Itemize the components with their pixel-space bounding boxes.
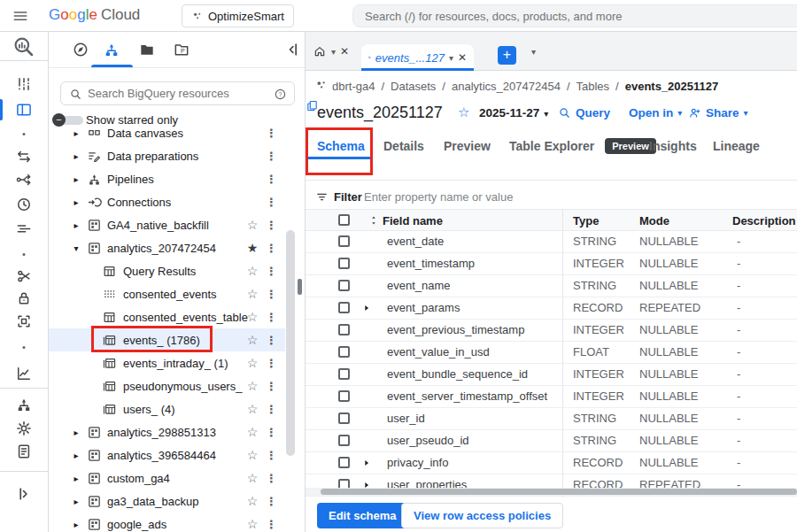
open-in-button[interactable]: Open in▾ [629,106,682,120]
star-outline-icon[interactable]: ☆ [245,356,259,370]
schema-row-event_bundle_sequence_id[interactable]: event_bundle_sequence_idINTEGERNULLABLE- [306,364,797,386]
item-menu-icon[interactable]: ⋮ [266,173,276,186]
schema-row-event_value_in_usd[interactable]: event_value_in_usdFLOATNULLABLE- [306,342,797,364]
star-outline-icon[interactable]: ☆ [245,264,259,278]
star-outline-icon[interactable]: ☆ [245,425,259,439]
tab-insights[interactable]: Insights [649,133,697,159]
data-policies-icon[interactable] [15,312,33,330]
row-checkbox[interactable] [338,302,350,313]
home-caret-icon[interactable]: ▾ [331,47,336,57]
view-row-access-policies-button[interactable]: View row access policies [401,503,563,528]
sort-icon[interactable] [368,215,379,226]
tree-item-connections[interactable]: ▸Connections⋮ [49,190,305,213]
item-menu-icon[interactable]: ⋮ [266,449,276,462]
expand-panel-icon[interactable] [15,485,33,503]
governance-icon[interactable] [15,289,33,307]
item-menu-icon[interactable]: ⋮ [266,426,276,439]
expand-caret-icon[interactable]: ▸ [71,128,81,138]
star-outline-icon[interactable]: ☆ [245,448,259,462]
tree-item-pipelines[interactable]: ▸Pipelines⋮ [49,167,305,190]
tree-item-query-results[interactable]: Query Results☆⋮ [49,259,305,282]
tab-lineage[interactable]: Lineage [713,133,760,159]
item-menu-icon[interactable]: ⋮ [266,265,276,278]
horizontal-scrollbar[interactable] [306,488,797,496]
filter-bar[interactable]: Filter Enter property name or value [306,186,797,209]
item-menu-icon[interactable]: ⋮ [266,288,276,301]
star-outline-icon[interactable]: ☆ [245,287,259,301]
projects-tab-icon[interactable]: P [173,41,190,58]
tab-caret-icon[interactable]: ▾ [449,53,453,63]
tree-item-custom-ga4[interactable]: ▸custom_ga4☆⋮ [49,466,305,490]
home-close-icon[interactable]: ✕ [340,45,349,58]
tree-item-data-preparations[interactable]: ▸Data preparations⋮ [49,144,305,167]
row-checkbox[interactable] [338,390,350,402]
date-shard-selector[interactable]: 2025-11-27▾ [479,106,548,120]
schema-row-event_server_timestamp_offset[interactable]: event_server_timestamp_offsetINTEGERNULL… [306,386,797,408]
item-menu-icon[interactable]: ⋮ [266,357,276,370]
project-selector[interactable]: OptimizeSmart [182,4,294,27]
item-menu-icon[interactable]: ⋮ [266,380,276,393]
tree-item-consented-events[interactable]: consented_events☆⋮ [49,282,305,305]
schema-row-event_timestamp[interactable]: event_timestampINTEGERNULLABLE- [306,253,797,275]
row-checkbox[interactable] [338,457,350,468]
expand-caret-icon[interactable]: ▸ [71,151,81,161]
star-table-icon[interactable]: ☆ [458,104,469,120]
monitoring-icon[interactable] [15,365,33,382]
horizontal-scrollbar-thumb[interactable] [321,489,797,495]
bigquery-logo-icon[interactable] [12,35,35,58]
home-icon[interactable] [313,44,327,58]
tree-item-data-canvases[interactable]: ▸Data canvases⋮ [49,121,305,144]
expand-caret-icon[interactable]: ▸ [71,451,81,460]
row-checkbox[interactable] [338,280,350,291]
item-menu-icon[interactable]: ⋮ [266,219,276,232]
star-outline-icon[interactable]: ☆ [245,333,259,347]
item-menu-icon[interactable]: ⋮ [266,242,276,255]
item-menu-icon[interactable]: ⋮ [266,196,276,209]
explorer-panel-icon[interactable] [15,101,33,119]
item-menu-icon[interactable]: ⋮ [266,311,276,324]
expand-caret-icon[interactable]: ▸ [71,520,81,529]
schema-row-user_pseudo_id[interactable]: user_pseudo_idSTRINGNULLABLE- [306,430,797,452]
row-checkbox[interactable] [338,368,350,380]
tree-item-ga4-native-backfill[interactable]: ▸GA4_native_backfill☆⋮ [49,213,305,236]
tab-preview[interactable]: Preview [444,133,491,159]
column-header-field-name[interactable]: Field name [383,210,443,232]
tab-details[interactable]: Details [383,133,424,159]
data-transfers-icon[interactable] [15,148,33,166]
tree-item-pseudonymous-users[interactable]: pseudonymous_users_☆⋮ [49,374,305,397]
breadcrumb-segment[interactable]: Tables [576,80,610,93]
tab-close-icon[interactable]: ✕ [458,51,467,64]
tree-item-users-4[interactable]: users_ (4)☆⋮ [49,397,305,420]
breadcrumb-segment[interactable]: analytics_207472454 [452,80,561,93]
tree-item-ga3-data-backup[interactable]: ▸ga3_data_backup☆⋮ [49,490,305,513]
expand-caret-icon[interactable]: ▸ [71,197,81,207]
row-checkbox[interactable] [338,258,350,269]
item-menu-icon[interactable]: ⋮ [266,127,276,140]
scheduled-queries-icon[interactable] [15,171,33,189]
home-tab[interactable]: ▾ ✕ [313,42,349,60]
tree-item-analytics-298851313[interactable]: ▸analytics_298851313☆⋮ [49,420,305,443]
breadcrumb-segment[interactable]: Datasets [391,80,436,93]
job-history-icon[interactable] [15,196,33,213]
star-outline-icon[interactable]: ☆ [245,494,259,508]
expand-caret-icon[interactable]: ▸ [71,428,81,437]
expand-caret-icon[interactable]: ▸ [71,220,81,230]
tab-overflow-caret-icon[interactable]: ▾ [531,47,536,57]
tree-item-analytics-396584464[interactable]: ▸analytics_396584464☆⋮ [49,443,305,466]
select-all-checkbox[interactable] [338,214,350,226]
resource-search-box[interactable]: ? [60,81,295,105]
star-outline-icon[interactable]: ☆ [245,310,259,324]
explorer-tree-tab-icon[interactable] [103,41,120,58]
schema-row-event_params[interactable]: event_paramsRECORDREPEATED- [306,297,797,320]
star-outline-icon[interactable]: ☆ [245,379,259,393]
star-outline-icon[interactable]: ☆ [245,471,259,485]
partner-center-icon[interactable] [15,267,33,285]
discover-tab-icon[interactable] [72,41,89,58]
row-checkbox[interactable] [338,235,350,247]
query-button[interactable]: Query [558,106,610,120]
sidebar-scrollbar[interactable] [286,230,295,456]
item-menu-icon[interactable]: ⋮ [266,472,276,485]
tab-table-explorer[interactable]: Table ExplorerPreview [509,133,656,159]
migration-icon[interactable] [15,443,33,460]
item-menu-icon[interactable]: ⋮ [266,150,276,163]
